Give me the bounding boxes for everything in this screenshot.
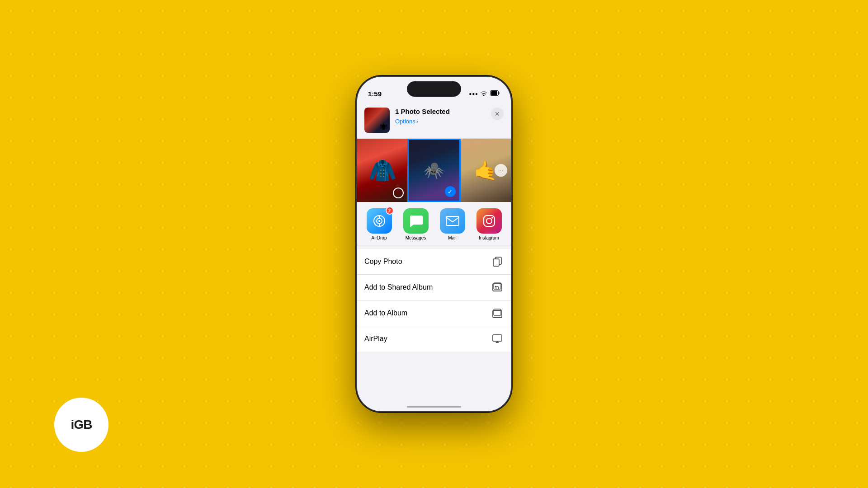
photo-item-2[interactable]: 🕷️ ✓ [407,139,460,202]
selected-photo-thumbnail [364,108,390,133]
airplay-action[interactable]: AirPlay [357,326,511,352]
app-icons-row: 2 AirDrop Messages [357,202,511,245]
photo-item-1[interactable]: 🧥 [357,139,407,202]
svg-rect-18 [494,309,501,315]
dynamic-island [407,81,461,97]
svg-rect-13 [493,284,502,291]
status-time: 1:59 [368,90,382,98]
mail-label: Mail [448,235,456,240]
svg-point-10 [491,217,493,219]
copy-photo-action[interactable]: Copy Photo [357,249,511,275]
app-icon-messages[interactable]: Messages [398,208,433,240]
action-list: Copy Photo Add to Shared Album [357,249,511,352]
app-icon-mail[interactable]: Mail [435,208,470,240]
close-button[interactable]: ✕ [491,108,504,120]
photo-menu-3: ⋯ [495,164,507,177]
instagram-label: Instagram [479,235,499,240]
wifi-icon [480,89,487,98]
app-icon-instagram[interactable]: Instagram [472,208,506,240]
add-to-shared-album-action[interactable]: Add to Shared Album [357,275,511,300]
svg-rect-12 [493,259,499,266]
svg-rect-19 [495,309,500,310]
copy-photo-label: Copy Photo [364,258,402,266]
add-to-album-label: Add to Album [364,309,407,317]
shared-album-icon [491,281,504,294]
airdrop-badge: 2 [386,206,394,215]
album-icon [491,307,504,319]
iphone-frame: 1:59 ● ● ● [357,77,511,411]
add-to-shared-album-label: Add to Shared Album [364,283,433,291]
airdrop-label: AirDrop [372,235,387,240]
svg-point-4 [378,220,380,222]
igb-logo: iGB [54,398,108,452]
add-to-album-action[interactable]: Add to Album [357,300,511,326]
svg-rect-17 [493,310,502,318]
status-icons: ● ● ● [469,89,500,98]
share-header-text: 1 Photo Selected Options › [395,108,486,125]
svg-point-15 [496,286,499,289]
options-button[interactable]: Options › [395,118,418,125]
close-icon: ✕ [495,110,500,117]
messages-icon [403,208,429,234]
svg-rect-20 [493,335,502,341]
battery-icon [490,89,500,98]
svg-rect-1 [491,91,497,95]
messages-label: Messages [406,235,426,240]
copy-photo-icon [491,255,504,268]
share-sheet: 1 Photo Selected Options › ✕ 🧥 [357,100,511,411]
phone-content: 1 Photo Selected Options › ✕ 🧥 [357,100,511,411]
photo-strip: 🧥 🕷️ ✓ 🤙 ⋯ [357,139,511,202]
share-title: 1 Photo Selected [395,108,486,115]
home-indicator [407,406,461,408]
svg-point-9 [486,218,492,224]
airplay-label: AirPlay [364,335,387,343]
app-icon-airdrop[interactable]: 2 AirDrop [362,208,396,240]
svg-point-16 [495,286,496,287]
svg-rect-7 [446,216,459,225]
airdrop-icon: 2 [367,208,392,234]
photo-item-3[interactable]: 🤙 ⋯ [461,139,511,202]
airplay-icon [491,333,504,345]
mail-icon [440,208,465,234]
instagram-icon [476,208,502,234]
signal-icon: ● ● ● [469,91,477,96]
share-header: 1 Photo Selected Options › ✕ [357,100,511,139]
photo-selected-badge-2: ✓ [445,186,456,197]
svg-rect-8 [484,216,495,226]
